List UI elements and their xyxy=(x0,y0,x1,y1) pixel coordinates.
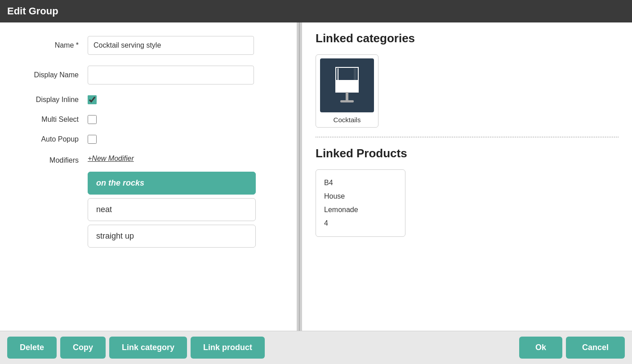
modifiers-label: Modifiers xyxy=(18,155,88,164)
auto-popup-label: Auto Popup xyxy=(18,135,88,143)
multi-select-checkbox[interactable] xyxy=(88,115,97,124)
svg-rect-6 xyxy=(354,68,356,91)
auto-popup-checkbox[interactable] xyxy=(88,135,97,144)
link-product-button[interactable]: Link product xyxy=(191,337,265,359)
linked-categories-title: Linked categories xyxy=(316,31,619,45)
modifier-item-straight-up[interactable]: straight up xyxy=(88,225,256,248)
product-item-lemonade: Lemonade xyxy=(324,203,397,217)
display-inline-label: Display Inline xyxy=(18,96,88,104)
name-row: Name * xyxy=(18,36,279,55)
new-modifier-link[interactable]: +New Modifier xyxy=(88,155,134,163)
cocktail-icon xyxy=(329,63,365,108)
display-inline-row: Display Inline xyxy=(18,95,279,104)
right-panel: Linked categories xyxy=(302,22,632,331)
display-name-input[interactable] xyxy=(88,66,254,84)
main-content: Name * Display Name Display Inline Multi… xyxy=(0,22,632,331)
cancel-button[interactable]: Cancel xyxy=(566,337,625,359)
section-divider xyxy=(316,137,619,138)
footer: Delete Copy Link category Link product O… xyxy=(0,331,632,364)
display-name-label: Display Name xyxy=(18,71,88,79)
page-title: Edit Group xyxy=(7,5,58,17)
linked-products-box: B4 House Lemonade 4 xyxy=(316,169,405,237)
name-label: Name * xyxy=(18,41,88,49)
modifiers-row: Modifiers +New Modifier xyxy=(18,155,279,164)
auto-popup-row: Auto Popup xyxy=(18,135,279,144)
category-image xyxy=(320,58,374,112)
display-inline-checkbox[interactable] xyxy=(88,95,97,104)
category-name: Cocktails xyxy=(334,116,361,124)
product-item-4: 4 xyxy=(324,217,397,230)
product-item-house: House xyxy=(324,190,397,203)
name-input[interactable] xyxy=(88,36,254,55)
title-bar: Edit Group xyxy=(0,0,632,22)
left-panel: Name * Display Name Display Inline Multi… xyxy=(0,22,297,331)
linked-products-title: Linked Products xyxy=(316,146,619,160)
ok-button[interactable]: Ok xyxy=(519,337,562,359)
copy-button[interactable]: Copy xyxy=(60,337,106,359)
panel-divider xyxy=(297,22,302,331)
display-name-row: Display Name xyxy=(18,66,279,84)
modifier-item-on-the-rocks[interactable]: on the rocks xyxy=(88,172,256,195)
multi-select-row: Multi Select xyxy=(18,115,279,124)
product-item-b4: B4 xyxy=(324,176,397,190)
multi-select-label: Multi Select xyxy=(18,115,88,124)
svg-rect-3 xyxy=(346,92,348,100)
link-category-button[interactable]: Link category xyxy=(109,337,187,359)
svg-rect-4 xyxy=(340,100,354,102)
delete-button[interactable]: Delete xyxy=(7,337,57,359)
modifiers-list: on the rocks neat straight up xyxy=(88,172,279,248)
linked-category-card[interactable]: Cocktails xyxy=(316,54,378,128)
modifier-item-neat[interactable]: neat xyxy=(88,198,256,221)
